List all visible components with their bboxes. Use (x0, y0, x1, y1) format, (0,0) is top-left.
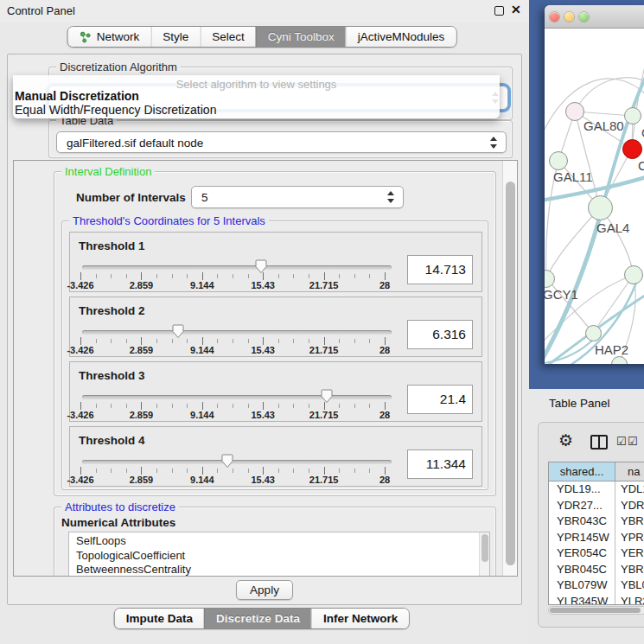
tab-network-label: Network (97, 30, 140, 43)
tick-label: 9.144 (190, 410, 214, 420)
gear-icon[interactable]: ⚙ (558, 432, 573, 449)
table-row[interactable]: YBR045CYBR0 (549, 562, 644, 578)
tab-network[interactable]: Network (68, 27, 151, 47)
cell: YBR0 (615, 513, 644, 530)
table-row[interactable]: YER054CYER0 (549, 545, 644, 562)
cell: YBR0 (615, 562, 644, 578)
columns-icon[interactable] (590, 435, 608, 450)
tick-label: 2.859 (130, 410, 154, 420)
tab-impute-data[interactable]: Impute Data (115, 609, 204, 628)
minimize-traffic-light-icon[interactable] (564, 12, 574, 22)
threshold-1-label: Threshold 1 (79, 239, 145, 252)
table-row[interactable]: YBL079WYBL0 (549, 577, 644, 594)
attributes-scrollbar-thumb[interactable] (481, 534, 488, 562)
float-window-icon[interactable] (494, 6, 504, 16)
cell: YDR27... (549, 498, 615, 514)
list-item-selfloops[interactable]: SelfLoops (69, 532, 489, 549)
algorithm-option-equal-width[interactable]: Equal Width/Frequency Discretization (15, 103, 216, 117)
apply-button[interactable]: Apply (236, 580, 293, 600)
node-gal11[interactable] (549, 151, 568, 170)
discretization-algorithm-group-title: Discretization Algorithm (56, 61, 181, 73)
tick-label: 9.144 (190, 345, 214, 355)
network-icon (80, 31, 92, 43)
table-data-combobox[interactable]: galFiltered.sif default node (56, 131, 507, 153)
tab-select[interactable]: Select (200, 27, 256, 47)
threshold-1-slider-track[interactable] (82, 265, 392, 270)
combo-stepper-icon (490, 137, 498, 149)
table-panel-titlebar: Table Panel (529, 389, 644, 418)
node-ga[interactable] (624, 107, 641, 124)
settings-scrollbar-thumb[interactable] (506, 182, 515, 565)
number-of-intervals-combobox[interactable]: 5 (191, 186, 404, 208)
node-label-gcy1: GCY1 (545, 287, 578, 302)
table-horizontal-scrollbar[interactable] (548, 606, 644, 615)
checkbox-checked-icon[interactable]: ☑ (616, 436, 627, 447)
network-window-titlebar[interactable] (545, 5, 644, 29)
cell: YPR1 (615, 530, 644, 546)
node-gal4[interactable] (588, 195, 613, 220)
close-traffic-light-icon[interactable] (550, 12, 559, 22)
tick-label: -3.426 (67, 410, 93, 420)
threshold-2-value-field[interactable] (407, 320, 473, 349)
cell: YPR145W (549, 530, 615, 546)
tab-jactivemnodules[interactable]: jActiveMNodules (346, 27, 456, 47)
cell: YER054C (549, 545, 615, 562)
tab-select-label: Select (212, 30, 245, 43)
list-item-topologicalcoefficient[interactable]: TopologicalCoefficient (69, 549, 489, 564)
network-canvas[interactable]: GAL80 GA C GAL11 GAL4 GCY1 H HAP2 (545, 29, 644, 364)
tab-discretize-data-label: Discretize Data (216, 612, 300, 625)
tick-label: 15.43 (251, 280, 275, 290)
attributes-list-scrollbar[interactable] (479, 532, 489, 577)
threshold-2-tick-labels: -3.426 2.859 9.144 15.43 21.715 28 (80, 345, 385, 355)
algorithm-option-manual[interactable]: Manual Discretization (15, 89, 139, 103)
tick-label: 9.144 (190, 475, 214, 485)
algorithm-dropdown-popup: Select algorithm to view settings Manual… (13, 75, 500, 118)
combo-stepper-icon (387, 191, 395, 203)
tab-cyni-toolbox[interactable]: Cyni Toolbox (256, 27, 346, 47)
threshold-4-slider-track[interactable] (82, 460, 392, 464)
zoom-traffic-light-icon[interactable] (579, 12, 589, 22)
table-row[interactable]: YLR345WYLR3 (549, 594, 644, 606)
threshold-3-ticks (80, 402, 386, 410)
threshold-4-ticks (80, 467, 386, 475)
table-row[interactable]: YPR145WYPR1 (549, 530, 644, 546)
node-label-hap2: HAP2 (595, 342, 628, 357)
threshold-2-slider-track[interactable] (82, 330, 392, 335)
cell: YER0 (615, 545, 644, 562)
node-red-selected[interactable] (622, 139, 642, 159)
settings-vertical-scrollbar[interactable] (502, 161, 517, 576)
tick-label: 2.859 (130, 475, 154, 485)
close-icon[interactable]: ✕ (511, 3, 521, 16)
network-view-window[interactable]: GAL80 GA C GAL11 GAL4 GCY1 H HAP2 (545, 5, 644, 364)
table-row[interactable]: YDL19...YDL1 (549, 481, 644, 498)
cell: YDR2 (615, 498, 644, 514)
threshold-3-slider-track[interactable] (82, 395, 392, 399)
table-panel-title: Table Panel (549, 397, 610, 410)
threshold-2-ticks (80, 337, 386, 345)
threshold-4-value-field[interactable] (407, 450, 473, 479)
column-header-name[interactable]: na (615, 462, 644, 481)
threshold-4-label: Threshold 4 (79, 434, 145, 447)
threshold-1-value-field[interactable] (407, 255, 473, 284)
tab-style[interactable]: Style (150, 27, 200, 47)
table-header-row: shared... na (549, 462, 644, 481)
column-header-shared[interactable]: shared... (549, 462, 615, 481)
cell: YBR045C (549, 562, 615, 578)
table-scrollbar-thumb[interactable] (550, 608, 641, 613)
cell: YBL0 (615, 577, 644, 594)
tick-label: 15.43 (251, 345, 275, 355)
table-panel: ⚙ ☑ ☑ shared... na YDL19...YDL1 YDR27...… (538, 422, 644, 628)
tick-label: -3.426 (67, 345, 93, 355)
node-h[interactable] (624, 265, 643, 284)
tab-jactivemnodules-label: jActiveMNodules (358, 30, 445, 43)
table-row[interactable]: YBR043CYBR0 (549, 513, 644, 530)
tab-discretize-data[interactable]: Discretize Data (204, 609, 311, 628)
tab-infer-network[interactable]: Infer Network (311, 609, 409, 628)
threshold-3-value-field[interactable] (407, 385, 473, 414)
checkbox-checked-icon[interactable]: ☑ (628, 436, 638, 447)
node-hap2[interactable] (585, 325, 602, 341)
node-gal80[interactable] (565, 102, 584, 121)
table-row[interactable]: YDR27...YDR2 (549, 498, 644, 514)
node-attribute-table: shared... na YDL19...YDL1 YDR27...YDR2 Y… (548, 462, 644, 605)
list-item-betweennesscentrality[interactable]: BetweennessCentrality (69, 563, 489, 577)
